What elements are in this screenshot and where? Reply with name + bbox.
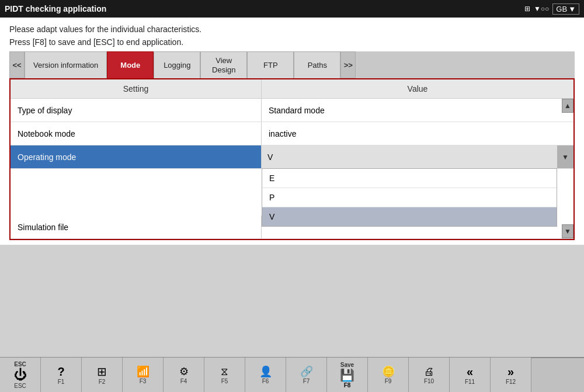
esc-label-top: ESC [14,361,26,367]
coin-button[interactable]: 🪙 F9 [368,358,409,392]
dropdown-item-v[interactable]: V [262,207,557,226]
grid-icon: ⊞ [524,5,530,13]
f4-label: F4 [180,378,187,384]
app-title: PIDT checking application [5,4,106,13]
header-value: Value [262,79,573,98]
row-value-type-of-display: Standard mode [262,99,573,122]
title-bar: PIDT checking application ⊞ ▼○○ GB ▼ [0,0,584,18]
filter-icon: ⧖ [221,366,228,377]
power-icon: ⏻ [14,369,27,381]
save-button[interactable]: Save 💾 F8 [327,358,368,392]
tabs-container: << Version information Mode Logging View… [9,51,575,79]
filter-button[interactable]: ⧖ F5 [204,358,245,392]
print-icon: 🖨 [424,366,434,377]
scroll-down-button[interactable]: ▼ [562,224,573,238]
explore-button[interactable]: ⊞ F2 [82,358,123,392]
f8-label: F8 [344,382,351,388]
f11-label: F11 [465,379,475,385]
table-row[interactable]: Type of display Standard mode ▲ [11,99,573,122]
f6-label: F6 [262,378,269,384]
table-row[interactable]: Notebook mode inactive [11,122,573,145]
tab-view-design[interactable]: ViewDesign [200,51,247,78]
f7-label: F7 [303,378,310,384]
prev-icon: « [467,366,473,377]
dropdown-list: E P V [262,168,557,227]
help-button[interactable]: ? F1 [41,358,82,392]
settings-button[interactable]: ⚙ F4 [164,358,204,392]
chart-icon: 📶 [137,366,150,377]
f1-label: F1 [58,379,65,385]
dropdown-arrow[interactable]: ▼ [557,145,573,168]
f5-label: F5 [221,378,228,384]
table-content: Type of display Standard mode ▲ Notebook… [11,99,573,239]
f10-label: F10 [424,378,434,384]
save-label-top: Save [340,362,354,368]
locale-button[interactable]: GB ▼ [552,4,579,15]
scroll-up-button[interactable]: ▲ [562,99,573,113]
tab-version-information[interactable]: Version information [25,51,107,78]
chart-button[interactable]: 📶 F3 [123,358,164,392]
title-bar-right: ⊞ ▼○○ GB ▼ [524,4,579,15]
settings-icon: ⚙ [179,366,189,377]
dropdown-display: V [262,145,573,168]
bottom-toolbar: ESC ⏻ ESC ? F1 ⊞ F2 📶 F3 ⚙ F4 ⧖ F5 👤 F6 … [0,357,584,392]
f2-label: F2 [99,379,106,385]
locale-arrow: ▼ [568,5,576,13]
table-row[interactable]: Operating mode V ▼ E P V [11,145,573,169]
dropdown-item-p[interactable]: P [262,188,557,207]
tab-logging[interactable]: Logging [154,51,200,78]
f3-label: F3 [140,378,147,384]
help-icon: ? [57,366,64,377]
table-header: Setting Value [11,79,573,99]
tabs-prev-button[interactable]: << [9,51,25,78]
row-setting-operating-mode: Operating mode [11,145,262,168]
f9-label: F9 [385,378,392,384]
dropdown-item-e[interactable]: E [262,169,557,188]
row-value-operating-mode[interactable]: V ▼ [262,145,573,168]
print-button[interactable]: 🖨 F10 [409,358,450,392]
locale-label: GB [556,5,567,13]
header-setting: Setting [11,79,262,98]
settings-table: Setting Value Type of display Standard m… [9,79,575,240]
instruction-line2: Press [F8] to save and [ESC] to end appl… [9,37,575,47]
row-setting-notebook-mode: Notebook mode [11,122,262,145]
save-icon: 💾 [340,369,354,381]
user-button[interactable]: 👤 F6 [245,358,286,392]
instruction-line1: Please adapt values for the individual c… [9,25,575,34]
esc-label-bottom: ESC [14,383,26,389]
tab-paths[interactable]: Paths [294,51,340,78]
row-setting-simulation-file: Simulation file [11,216,262,238]
coin-icon: 🪙 [382,366,395,377]
esc-button[interactable]: ESC ⏻ ESC [0,358,41,392]
link-icon: 🔗 [300,366,313,377]
f12-label: F12 [506,379,516,385]
signal-icon: ▼○○ [534,5,549,13]
user-icon: 👤 [259,366,272,377]
tabs-next-button[interactable]: >> [340,51,356,78]
row-value-notebook-mode: inactive [262,122,573,145]
tab-ftp[interactable]: FTP [247,51,294,78]
tab-mode[interactable]: Mode [107,51,154,78]
main-content: Please adapt values for the individual c… [0,18,584,245]
next-icon: » [507,366,514,377]
link-button[interactable]: 🔗 F7 [286,358,327,392]
explore-icon: ⊞ [97,366,107,377]
next-page-button[interactable]: » F12 [491,358,531,392]
prev-page-button[interactable]: « F11 [450,358,491,392]
row-setting-type-of-display: Type of display [11,99,262,122]
